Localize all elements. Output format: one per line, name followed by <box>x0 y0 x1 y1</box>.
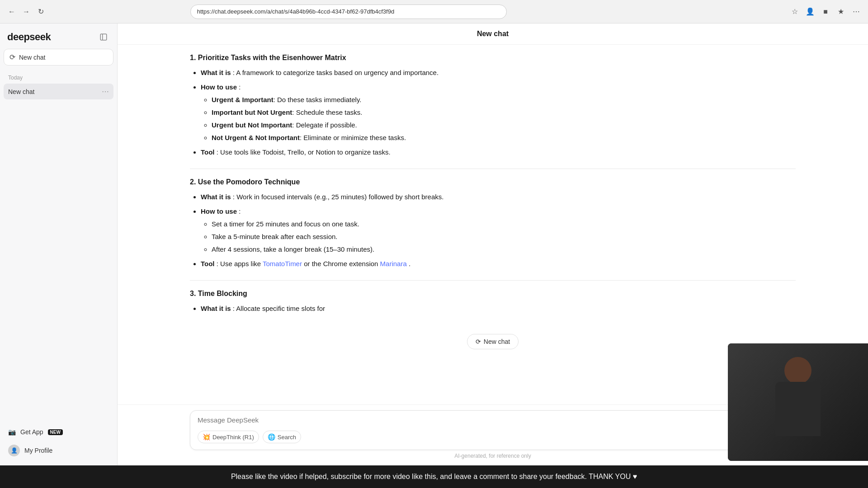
url-text: https://chat.deepseek.com/a/chat/s/4a84b… <box>197 8 395 15</box>
tomatotimer-link[interactable]: TomatoTimer <box>263 260 302 267</box>
list-item: Urgent but Not Important: Delegate if po… <box>212 120 796 131</box>
chat-item-options-icon[interactable]: ⋯ <box>102 87 109 96</box>
person-silhouette <box>771 357 825 447</box>
sidebar: deepseek ⟳ New chat Today New chat ⋯ 📷 G… <box>0 23 118 465</box>
sub-list: Set a timer for 25 minutes and focus on … <box>201 219 796 255</box>
logo: deepseek <box>7 31 51 43</box>
list-item: Important but Not Urgent: Schedule these… <box>212 107 796 118</box>
section2-list: What it is : Work in focused intervals (… <box>190 192 796 269</box>
search-button[interactable]: 🌐 Search <box>263 431 301 443</box>
list-item: Set a timer for 25 minutes and focus on … <box>212 219 796 230</box>
list-item: Take a 5-minute break after each session… <box>212 231 796 242</box>
section3-list: What it is : Allocate specific time slot… <box>190 303 796 314</box>
sidebar-bottom: 📷 Get App NEW 👤 My Profile <box>4 425 113 460</box>
message-input-wrapper: 💥 DeepThink (R1) 🌐 Search 📎 ▲ <box>190 410 796 450</box>
new-chat-icon: ⟳ <box>9 53 15 61</box>
section-divider-2 <box>190 280 796 281</box>
ai-disclaimer: AI-generated, for reference only <box>190 450 796 462</box>
sidebar-collapse-button[interactable] <box>97 31 110 43</box>
list-item: What it is : A framework to categorize t… <box>201 67 796 78</box>
get-app-badge: NEW <box>48 429 63 435</box>
star-button[interactable]: ☆ <box>788 5 801 18</box>
list-item: Tool : Use tools like Todoist, Trello, o… <box>201 147 796 158</box>
section-time-blocking: 3. Time Blocking What it is : Allocate s… <box>190 290 796 314</box>
video-overlay <box>728 343 868 461</box>
back-button[interactable]: ← <box>5 5 18 18</box>
list-item: Urgent & Important: Do these tasks immed… <box>212 94 796 105</box>
forward-button[interactable]: → <box>20 5 33 18</box>
list-item: How to use : Urgent & Important: Do thes… <box>201 82 796 143</box>
message-input[interactable] <box>198 416 788 424</box>
browser-bar: ← → ↻ https://chat.deepseek.com/a/chat/s… <box>0 0 868 23</box>
person-body <box>775 382 821 436</box>
sub-list: Urgent & Important: Do these tasks immed… <box>201 94 796 143</box>
deepthink-icon: 💥 <box>203 433 210 441</box>
profile-button[interactable]: 👤 <box>804 5 816 18</box>
label-how-to-use: How to use <box>201 83 237 91</box>
section1-heading: 1. Prioritize Tasks with the Eisenhower … <box>190 54 796 62</box>
chat-item-text: New chat <box>8 88 102 95</box>
address-bar[interactable]: https://chat.deepseek.com/a/chat/s/4a84b… <box>190 5 507 19</box>
banner-text: Please like the video if helped, subscri… <box>231 473 637 481</box>
avatar: 👤 <box>8 445 20 456</box>
browser-nav-buttons: ← → ↻ <box>5 5 47 18</box>
section2-heading: 2. Use the Pomodoro Technique <box>190 178 796 186</box>
new-chat-button[interactable]: ⟳ New chat <box>4 49 113 66</box>
deepthink-button[interactable]: 💥 DeepThink (R1) <box>198 431 259 443</box>
list-item: What it is : Allocate specific time slot… <box>201 303 796 314</box>
get-app-item[interactable]: 📷 Get App NEW <box>4 425 113 439</box>
section-divider <box>190 169 796 169</box>
body-new-chat-area: ⟳ New chat <box>190 325 796 358</box>
body-new-chat-icon: ⟳ <box>476 338 481 345</box>
new-chat-label: New chat <box>19 54 45 61</box>
section3-heading: 3. Time Blocking <box>190 290 796 298</box>
input-actions: 💥 DeepThink (R1) 🌐 Search 📎 ▲ <box>198 430 788 444</box>
reload-button[interactable]: ↻ <box>34 5 47 18</box>
extensions-button[interactable]: ■ <box>819 5 832 18</box>
chat-title: New chat <box>477 30 509 38</box>
label-what-it-is: What it is <box>201 69 231 76</box>
body-new-chat-button[interactable]: ⟳ New chat <box>467 334 519 349</box>
get-app-icon: 📷 <box>8 428 16 436</box>
list-item: After 4 sessions, take a longer break (1… <box>212 244 796 255</box>
get-app-label: Get App <box>20 428 43 436</box>
menu-button[interactable]: ⋯ <box>850 5 863 18</box>
section1-list: What it is : A framework to categorize t… <box>190 67 796 158</box>
chat-item[interactable]: New chat ⋯ <box>4 84 113 99</box>
browser-actions: ☆ 👤 ■ ★ ⋯ <box>788 5 863 18</box>
search-label: Search <box>278 434 296 441</box>
today-label: Today <box>4 73 113 84</box>
label-tool: Tool <box>201 148 215 156</box>
svg-rect-0 <box>100 34 107 40</box>
section-eisenhower: 1. Prioritize Tasks with the Eisenhower … <box>190 54 796 158</box>
my-profile-item[interactable]: 👤 My Profile <box>4 441 113 460</box>
video-person <box>728 343 868 461</box>
section-pomodoro: 2. Use the Pomodoro Technique What it is… <box>190 178 796 269</box>
sidebar-header: deepseek <box>4 29 113 49</box>
list-item: What it is : Work in focused intervals (… <box>201 192 796 202</box>
chat-header: New chat <box>118 23 868 45</box>
my-profile-label: My Profile <box>24 447 52 454</box>
search-icon: 🌐 <box>268 433 275 441</box>
marinara-link[interactable]: Marinara <box>380 260 407 267</box>
body-new-chat-label: New chat <box>484 338 510 345</box>
bookmark-button[interactable]: ★ <box>835 5 847 18</box>
list-item: Tool : Use apps like TomatoTimer or the … <box>201 258 796 269</box>
list-item: How to use : Set a timer for 25 minutes … <box>201 206 796 255</box>
bottom-banner: Please like the video if helped, subscri… <box>0 465 868 488</box>
list-item: Not Urgent & Not Important: Eliminate or… <box>212 132 796 143</box>
deepthink-label: DeepThink (R1) <box>212 434 254 441</box>
person-head <box>784 357 811 384</box>
